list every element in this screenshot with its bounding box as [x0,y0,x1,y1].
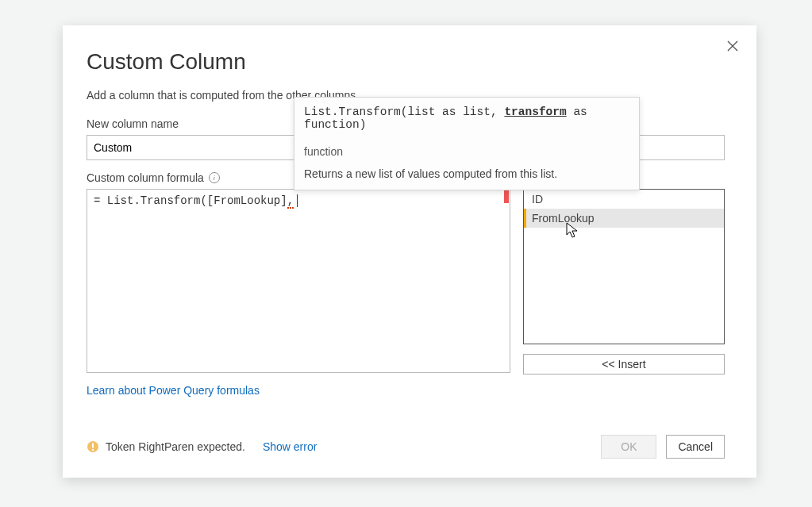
formula-label-text: Custom column formula [87,171,204,184]
info-icon[interactable]: i [209,172,220,183]
formula-editor[interactable]: = List.Transform([FromLookup], [87,189,510,373]
dialog-title: Custom Column [87,49,725,75]
status-text: Token RightParen expected. [106,440,245,453]
close-icon [726,40,739,52]
dialog-footer: Token RightParen expected. Show error OK… [87,435,725,459]
close-button[interactable] [723,36,742,56]
error-marker [504,190,509,203]
tooltip-description: Returns a new list of values computed fr… [304,167,629,180]
tooltip-kind: function [304,145,629,158]
svg-rect-1 [92,444,94,448]
column-item[interactable]: FromLookup [524,209,724,228]
ok-button[interactable]: OK [601,435,656,459]
cancel-button[interactable]: Cancel [666,435,725,459]
column-item[interactable]: ID [524,190,724,209]
custom-column-dialog: Custom Column Add a column that is compu… [63,25,756,478]
show-error-link[interactable]: Show error [263,440,317,453]
intellisense-tooltip: List.Transform(list as list, transform a… [294,97,640,190]
learn-formulas-link[interactable]: Learn about Power Query formulas [87,384,260,397]
tooltip-signature: List.Transform(list as list, transform a… [304,106,629,131]
insert-button[interactable]: << Insert [523,354,725,374]
available-columns-list[interactable]: IDFromLookup [523,189,725,344]
status-area: Token RightParen expected. Show error [87,440,317,453]
warning-icon [87,440,99,453]
svg-rect-2 [92,449,94,451]
formula-text: = List.Transform([FromLookup], [94,194,298,207]
